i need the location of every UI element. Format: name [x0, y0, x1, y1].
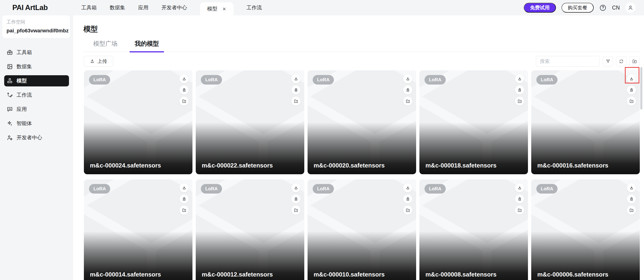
- topbar-right: 免费试用 购买套餐 CN: [524, 2, 644, 13]
- delete-button[interactable]: [627, 85, 636, 94]
- move-folder-button[interactable]: [403, 206, 412, 215]
- tab-my-models[interactable]: 我的模型: [130, 40, 164, 52]
- cube-watermark-icon: [196, 179, 304, 280]
- close-tab-icon[interactable]: [222, 7, 226, 11]
- model-card[interactable]: LoRA m&c-000008.safetensors: [420, 179, 528, 280]
- download-button[interactable]: [180, 183, 189, 192]
- move-folder-button[interactable]: [403, 96, 412, 106]
- agent-icon: [7, 120, 13, 126]
- top-navigation: 工具箱 数据集 应用 开发者中心 模型 工作流: [81, 0, 262, 15]
- download-icon: [182, 186, 186, 190]
- folder-bolt-icon: [406, 99, 410, 104]
- topnav-item-app[interactable]: 应用: [138, 4, 148, 11]
- download-button[interactable]: [627, 183, 636, 192]
- trash-icon: [629, 197, 634, 201]
- model-card[interactable]: LoRA m&c-000020.safetensors: [308, 70, 416, 174]
- sidebar-item-toolbox[interactable]: 工具箱: [4, 47, 69, 58]
- tab-model-plaza[interactable]: 模型广场: [88, 40, 122, 52]
- sidebar-item-model[interactable]: 模型: [4, 75, 69, 86]
- move-folder-button[interactable]: [627, 206, 636, 215]
- download-button[interactable]: [291, 183, 300, 192]
- download-button[interactable]: [515, 183, 524, 192]
- vertical-scrollbar[interactable]: [640, 67, 642, 110]
- move-folder-button[interactable]: [291, 206, 300, 215]
- cube-watermark-icon: [84, 70, 192, 174]
- bottom-gradient: [84, 70, 192, 174]
- help-icon[interactable]: [599, 4, 606, 12]
- buy-plan-button[interactable]: 购买套餐: [562, 3, 594, 12]
- folder-bolt-icon: [629, 99, 634, 104]
- download-button[interactable]: [627, 74, 636, 84]
- move-folder-button[interactable]: [180, 206, 189, 215]
- download-button[interactable]: [403, 183, 412, 192]
- delete-button[interactable]: [515, 194, 524, 204]
- sidebar-item-agent[interactable]: 智能体: [4, 118, 69, 129]
- topnav-item-developer-center[interactable]: 开发者中心: [162, 4, 187, 11]
- download-button[interactable]: [515, 74, 524, 84]
- language-switch[interactable]: CN: [612, 5, 620, 11]
- main-content: 模型 模型广场 我的模型 上传 LoRA: [73, 15, 644, 280]
- sidebar-item-label: 智能体: [16, 120, 32, 127]
- workspace-selector[interactable]: 工作空间 pai_pfo63vwarwndif0mbz: [2, 15, 70, 38]
- move-folder-button[interactable]: [180, 96, 189, 106]
- delete-button[interactable]: [180, 85, 189, 94]
- dataset-icon: [7, 64, 13, 70]
- model-card[interactable]: LoRA m&c-000006.safetensors: [531, 179, 640, 280]
- card-actions: [515, 74, 524, 106]
- topnav-item-dataset[interactable]: 数据集: [110, 4, 125, 11]
- card-actions: [627, 183, 636, 215]
- sidebar-item-developer-center[interactable]: 开发者中心: [4, 132, 69, 143]
- sidebar-item-workflow[interactable]: 工作流: [4, 90, 69, 101]
- user-avatar[interactable]: [625, 2, 636, 13]
- export-folder-button[interactable]: [629, 56, 640, 66]
- folder-bolt-icon: [518, 99, 522, 104]
- topbar: PAI ArtLab 工具箱 数据集 应用 开发者中心 模型 工作流 免费试用 …: [0, 0, 644, 15]
- delete-button[interactable]: [291, 194, 300, 204]
- refresh-button[interactable]: [616, 56, 626, 66]
- toolbar: 上传: [84, 56, 640, 66]
- move-folder-button[interactable]: [291, 96, 300, 106]
- model-card[interactable]: LoRA m&c-000022.safetensors: [196, 70, 304, 174]
- delete-button[interactable]: [180, 194, 189, 204]
- open-tab-model[interactable]: 模型: [200, 2, 234, 15]
- delete-button[interactable]: [403, 194, 412, 204]
- cube-watermark-icon: [420, 70, 528, 174]
- model-card[interactable]: LoRA m&c-000016.safetensors: [531, 70, 640, 174]
- download-button[interactable]: [180, 74, 189, 84]
- bottom-gradient: [420, 70, 528, 174]
- model-card-title: m&c-000010.safetensors: [314, 271, 385, 278]
- delete-button[interactable]: [627, 194, 636, 204]
- sidebar-item-dataset[interactable]: 数据集: [4, 61, 69, 72]
- cube-watermark-icon: [420, 179, 528, 280]
- delete-button[interactable]: [291, 85, 300, 94]
- move-folder-button[interactable]: [515, 96, 524, 106]
- model-card-title: m&c-000006.safetensors: [537, 271, 608, 278]
- cube-watermark-icon: [196, 70, 304, 174]
- filter-button[interactable]: [603, 56, 613, 66]
- topnav-item-workflow[interactable]: 工作流: [246, 4, 262, 11]
- search-input[interactable]: [536, 56, 600, 66]
- delete-button[interactable]: [515, 85, 524, 94]
- upload-button-label: 上传: [98, 58, 107, 64]
- model-card[interactable]: LoRA m&c-000010.safetensors: [308, 179, 416, 280]
- model-grid: LoRA m&c-000024.safetensors LoRA: [84, 70, 644, 280]
- download-icon: [406, 186, 410, 190]
- download-button[interactable]: [403, 74, 412, 84]
- free-trial-button[interactable]: 免费试用: [524, 3, 556, 12]
- model-type-badge: LoRA: [201, 184, 222, 194]
- model-card[interactable]: LoRA m&c-000014.safetensors: [84, 179, 192, 280]
- move-folder-button[interactable]: [627, 96, 636, 106]
- move-folder-button[interactable]: [515, 206, 524, 215]
- toolbox-icon: [7, 50, 13, 56]
- delete-button[interactable]: [403, 85, 412, 94]
- upload-button[interactable]: 上传: [84, 56, 113, 66]
- topnav-item-toolbox[interactable]: 工具箱: [81, 4, 97, 11]
- model-card[interactable]: LoRA m&c-000012.safetensors: [196, 179, 304, 280]
- model-card[interactable]: LoRA m&c-000024.safetensors: [84, 70, 192, 174]
- card-actions: [180, 183, 189, 215]
- model-card-title: m&c-000008.safetensors: [426, 271, 496, 278]
- model-card[interactable]: LoRA m&c-000018.safetensors: [420, 70, 528, 174]
- sidebar-item-app[interactable]: 应用: [4, 104, 69, 115]
- app-icon: [7, 106, 13, 112]
- download-button[interactable]: [291, 74, 300, 84]
